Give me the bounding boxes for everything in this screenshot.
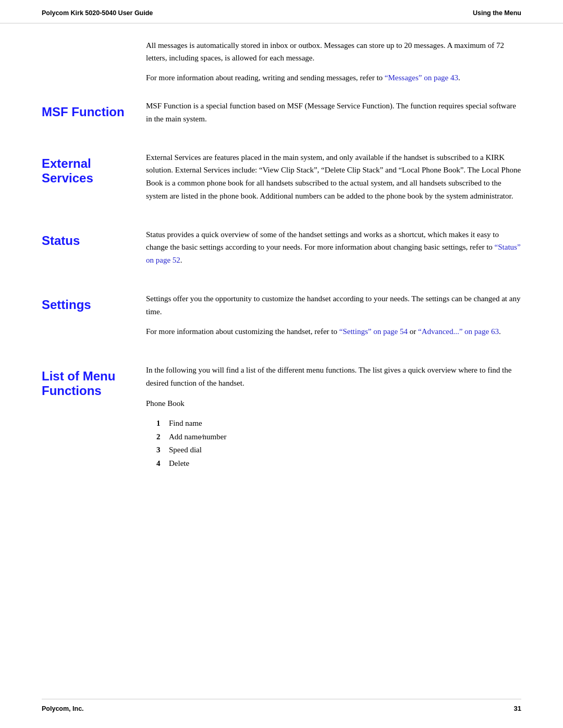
external-services-heading-col: External Services (42, 151, 146, 210)
item-num: 3 (156, 443, 165, 457)
phone-book-label: Phone Book (146, 397, 521, 410)
item-text: Add name⁄number (169, 430, 226, 444)
msf-function-heading: MSF Function (42, 105, 146, 119)
menu-items-list: 1 Find name 2 Add name⁄number 3 Speed di… (146, 417, 521, 470)
intro-section: All messages is automatically stored in … (146, 39, 521, 84)
msf-function-section: MSF Function MSF Function is a special f… (42, 100, 521, 133)
settings-para2: For more information about customizing t… (146, 325, 521, 338)
item-text: Delete (169, 457, 189, 471)
external-services-heading: External Services (42, 156, 146, 186)
page: Polycom Kirk 5020-5040 User Guide Using … (0, 0, 563, 728)
list-item: 2 Add name⁄number (156, 430, 521, 444)
status-heading-col: Status (42, 228, 146, 274)
item-text: Speed dial (169, 443, 202, 457)
status-para1: Status provides a quick overview of some… (146, 228, 521, 267)
footer-page-number: 31 (514, 705, 521, 712)
status-text-prefix: Status provides a quick overview of some… (146, 230, 499, 252)
settings-para1: Settings offer you the opportunity to cu… (146, 292, 521, 318)
settings-section: Settings Settings offer you the opportun… (42, 292, 521, 346)
external-services-para1: External Services are features placed in… (146, 151, 521, 203)
status-text-col: Status provides a quick overview of some… (146, 228, 521, 274)
settings-link2[interactable]: “Advanced...” on page 63 (418, 327, 499, 336)
settings-heading-col: Settings (42, 292, 146, 346)
msf-para1: MSF Function is a special function based… (146, 100, 521, 126)
list-of-menu-functions-heading: List of Menu Functions (42, 369, 146, 398)
external-services-text-col: External Services are features placed in… (146, 151, 521, 210)
item-text: Find name (169, 417, 202, 430)
messages-link[interactable]: “Messages” on page 43 (385, 73, 458, 82)
item-num: 4 (156, 457, 165, 471)
status-section: Status Status provides a quick overview … (42, 228, 521, 274)
status-heading: Status (42, 233, 146, 248)
page-footer: Polycom, Inc. 31 (42, 699, 521, 712)
list-text-col: In the following you will find a list of… (146, 364, 521, 470)
external-services-section: External Services External Services are … (42, 151, 521, 210)
settings-heading: Settings (42, 298, 146, 312)
list-intro-para1: In the following you will find a list of… (146, 364, 521, 390)
page-header: Polycom Kirk 5020-5040 User Guide Using … (0, 0, 563, 23)
list-item: 1 Find name (156, 417, 521, 430)
list-of-menu-functions-section: List of Menu Functions In the following … (42, 364, 521, 470)
list-heading-col: List of Menu Functions (42, 364, 146, 470)
settings-link1[interactable]: “Settings” on page 54 (339, 327, 408, 336)
item-num: 2 (156, 430, 165, 444)
list-item: 4 Delete (156, 457, 521, 471)
settings-para2-prefix: For more information about customizing t… (146, 327, 339, 336)
content-area: All messages is automatically stored in … (0, 23, 563, 512)
intro-para1: All messages is automatically stored in … (146, 39, 521, 64)
footer-company-label: Polycom, Inc. (42, 705, 84, 712)
header-left-label: Polycom Kirk 5020-5040 User Guide (42, 9, 153, 17)
intro-para2-text: For more information about reading, writ… (146, 73, 385, 82)
header-right-label: Using the Menu (473, 9, 521, 17)
list-item: 3 Speed dial (156, 443, 521, 457)
settings-or: or (408, 327, 418, 336)
item-num: 1 (156, 417, 165, 430)
settings-text-col: Settings offer you the opportunity to cu… (146, 292, 521, 346)
msf-heading-col: MSF Function (42, 100, 146, 133)
msf-text-col: MSF Function is a special function based… (146, 100, 521, 133)
intro-para2: For more information about reading, writ… (146, 71, 521, 84)
